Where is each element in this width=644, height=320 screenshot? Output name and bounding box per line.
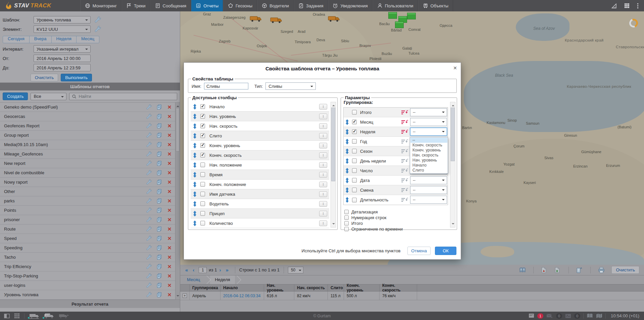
- delete-icon[interactable]: ✕: [166, 254, 172, 260]
- page-number-input[interactable]: 1: [199, 267, 207, 273]
- from-date-input[interactable]: 2016 Апрель 12 00:00: [34, 55, 91, 62]
- dropdown-option[interactable]: Нач. уровень: [410, 158, 447, 163]
- table-name-input[interactable]: Сливы: [204, 83, 248, 89]
- copy-icon[interactable]: [156, 207, 162, 213]
- ruler-icon[interactable]: [611, 3, 617, 9]
- scroll-up-icon[interactable]: [177, 104, 179, 107]
- container-marker-icon[interactable]: [407, 13, 416, 19]
- element-select[interactable]: KV12 UUU: [34, 25, 91, 33]
- grid-view-icon[interactable]: [14, 313, 19, 318]
- show-units-icon[interactable]: [29, 313, 39, 319]
- copy-icon[interactable]: [156, 292, 162, 298]
- delete-icon[interactable]: ✕: [166, 236, 172, 242]
- template-list-item[interactable]: Speed✕: [0, 234, 180, 243]
- move-updown-icon[interactable]: [193, 123, 197, 129]
- add-total-column-icon[interactable]: [401, 178, 408, 183]
- move-updown-icon[interactable]: [345, 197, 349, 203]
- minimap-icon[interactable]: [596, 313, 602, 318]
- grouping-checkbox[interactable]: [352, 168, 357, 173]
- result-tab-Неделя[interactable]: Неделя: [210, 275, 235, 284]
- edit-wrench-icon[interactable]: [146, 292, 152, 298]
- apply-template-icon[interactable]: [576, 267, 583, 273]
- move-updown-icon[interactable]: [193, 162, 197, 168]
- rename-column-button[interactable]: I: [319, 211, 327, 216]
- header-cell[interactable]: Конеч. скорость: [380, 284, 417, 291]
- rename-column-button[interactable]: I: [319, 162, 327, 168]
- edit-wrench-icon[interactable]: [146, 217, 152, 223]
- template-list-item[interactable]: Mileage_Geofences✕: [0, 149, 180, 159]
- dropdown-option[interactable]: Слито: [410, 168, 447, 173]
- dropdown-option[interactable]: --: [410, 138, 447, 143]
- edit-wrench-icon[interactable]: [146, 198, 152, 204]
- delete-icon[interactable]: ✕: [166, 114, 172, 120]
- template-list-item[interactable]: Route✕: [0, 225, 180, 234]
- delete-icon[interactable]: ✕: [166, 273, 172, 279]
- template-list-item[interactable]: Tacho✕: [0, 253, 180, 262]
- delete-icon[interactable]: ✕: [166, 282, 172, 289]
- grouping-checkbox[interactable]: [352, 178, 357, 183]
- container-marker-icon[interactable]: [388, 12, 397, 19]
- column-checkbox[interactable]: [200, 114, 205, 119]
- template-list-item[interactable]: Nivel de combustible✕: [0, 168, 180, 178]
- delete-icon[interactable]: ✕: [166, 264, 172, 270]
- nav-tab-drivers[interactable]: Водители: [257, 0, 294, 11]
- edit-wrench-icon[interactable]: [146, 273, 152, 279]
- copy-icon[interactable]: [156, 282, 162, 289]
- copy-icon[interactable]: [156, 114, 162, 120]
- range-button-Вчера[interactable]: Вчера: [29, 36, 52, 43]
- rename-column-button[interactable]: I: [319, 220, 327, 226]
- columns-scrollbar[interactable]: [331, 102, 336, 228]
- page-size-select[interactable]: 50: [288, 267, 303, 273]
- rename-column-button[interactable]: I: [319, 201, 327, 207]
- move-updown-icon[interactable]: [193, 191, 197, 197]
- copy-icon[interactable]: [156, 104, 162, 110]
- scroll-thumb[interactable]: [331, 108, 335, 181]
- template-list-item[interactable]: Geocercas✕: [0, 112, 180, 121]
- edit-wrench-icon[interactable]: [146, 189, 152, 195]
- log-book-icon[interactable]: [587, 313, 593, 318]
- move-updown-icon[interactable]: [193, 220, 197, 226]
- edit-wrench-icon[interactable]: [146, 254, 152, 260]
- header-cell[interactable]: Конеч. уровень: [344, 284, 380, 291]
- template-list-item[interactable]: Geneko demo (Speed/Fuel)✕: [0, 103, 180, 112]
- template-list-item[interactable]: Nowy raport✕: [0, 178, 180, 187]
- move-updown-icon[interactable]: [193, 211, 197, 216]
- show-unit-names-icon[interactable]: NAME: [44, 313, 54, 319]
- nav-tab-tracks[interactable]: Треки: [121, 0, 150, 11]
- header-cell[interactable]: Начало: [220, 284, 264, 291]
- notifications-count-badge[interactable]: 1: [537, 313, 543, 319]
- column-checkbox[interactable]: [200, 211, 205, 216]
- templates-search-input[interactable]: Найти: [69, 93, 177, 100]
- element-edit-wrench-icon[interactable]: [95, 26, 101, 33]
- rename-column-button[interactable]: I: [319, 114, 327, 119]
- move-updown-icon[interactable]: [193, 143, 197, 148]
- grouping-checkbox[interactable]: [352, 129, 357, 134]
- copy-icon[interactable]: [156, 161, 162, 167]
- edit-wrench-icon[interactable]: [146, 236, 152, 242]
- column-checkbox[interactable]: [200, 163, 205, 167]
- delete-icon[interactable]: ✕: [166, 245, 172, 251]
- edit-wrench-icon[interactable]: [146, 161, 152, 167]
- move-updown-icon[interactable]: [193, 152, 197, 158]
- move-updown-icon[interactable]: [345, 187, 349, 193]
- template-edit-wrench-icon[interactable]: [95, 16, 101, 23]
- delete-icon[interactable]: ✕: [166, 104, 172, 110]
- template-list-item[interactable]: Уровень топлива✕: [0, 290, 180, 300]
- copy-icon[interactable]: [156, 198, 162, 204]
- copy-icon[interactable]: [156, 151, 162, 157]
- move-updown-icon[interactable]: [193, 133, 197, 139]
- rename-column-button[interactable]: I: [319, 182, 327, 187]
- create-template-button[interactable]: Создать: [3, 92, 28, 100]
- rename-column-button[interactable]: I: [319, 104, 327, 110]
- grouping-checkbox[interactable]: [352, 139, 357, 144]
- to-date-input[interactable]: 2016 Апрель 12 23:59: [34, 64, 91, 71]
- move-updown-icon[interactable]: [193, 104, 197, 110]
- delete-icon[interactable]: ✕: [166, 207, 172, 213]
- copy-icon[interactable]: [156, 245, 162, 251]
- header-cell[interactable]: Нач. скорость: [294, 284, 328, 291]
- range-button-Неделя[interactable]: Неделя: [51, 36, 77, 43]
- copy-icon[interactable]: [156, 179, 162, 185]
- add-total-column-icon[interactable]: [401, 159, 408, 164]
- range-button-Сегодня[interactable]: Сегодня: [3, 36, 30, 43]
- execute-button[interactable]: Выполнить: [61, 74, 92, 81]
